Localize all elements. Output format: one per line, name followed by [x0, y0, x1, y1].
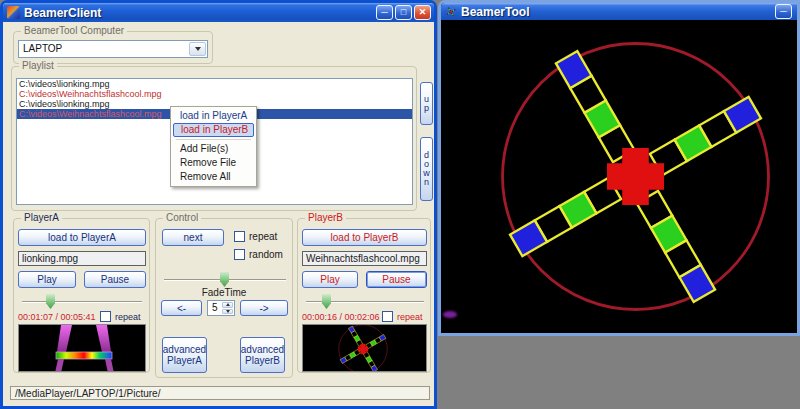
beamer-tool-title: BeamerTool	[461, 5, 529, 19]
playera-file-field[interactable]: lionking.mpg	[18, 251, 146, 266]
advanced-playerb-line1: advanced	[241, 344, 284, 355]
fade-slider-thumb[interactable]	[220, 272, 229, 287]
control-repeat-checkbox[interactable]	[234, 231, 245, 242]
playera-play-button[interactable]: Play	[18, 271, 76, 288]
beamer-tool-titlebar[interactable]: BeamerTool ─	[441, 3, 797, 20]
menu-item-load-playera[interactable]: load in PlayerA	[173, 109, 254, 123]
menu-separator	[176, 139, 251, 140]
control-groupbox-label: Control	[163, 212, 201, 224]
playerb-groupbox: PlayerB load to PlayerB Weihnachtsflashc…	[297, 218, 431, 373]
chevron-down-icon	[195, 47, 201, 51]
close-button[interactable]: ✕	[414, 5, 431, 20]
status-text: /MediaPlayer/LAPTOP/1/Picture/	[15, 388, 160, 399]
desktop: BeamerClient ─ □ ✕ BeamerTool Computer L…	[0, 0, 800, 409]
menu-item-add-files[interactable]: Add File(s)	[173, 142, 254, 156]
playera-seek-track[interactable]	[22, 301, 142, 302]
playerb-play-button[interactable]: Play	[302, 271, 358, 288]
beamer-client-window: BeamerClient ─ □ ✕ BeamerTool Computer L…	[0, 0, 437, 409]
minimize-button[interactable]: ─	[376, 5, 393, 20]
playera-seek-thumb[interactable]	[46, 294, 55, 309]
fade-prev-button[interactable]: <-	[161, 300, 202, 316]
status-bar: /MediaPlayer/LAPTOP/1/Picture/	[10, 386, 430, 400]
playera-preview-graphic	[19, 325, 146, 372]
playerb-groupbox-label: PlayerB	[305, 212, 346, 224]
playerb-preview	[302, 324, 427, 372]
menu-item-remove-file[interactable]: Remove File	[173, 156, 254, 170]
playerb-repeat-checkbox[interactable]	[382, 311, 393, 322]
fade-value-spinner[interactable]: 5	[207, 300, 235, 316]
fadetime-label: FadeTime	[156, 287, 292, 298]
playera-groupbox-label: PlayerA	[21, 212, 62, 224]
control-random-label: random	[249, 249, 283, 260]
playlist-item[interactable]: C:\videos\Weihnachtsflashcool.mpg	[17, 89, 412, 99]
menu-item-load-playerb[interactable]: load in PlayerB	[173, 123, 254, 137]
computer-groupbox-label: BeamerTool Computer	[21, 25, 127, 37]
playera-repeat-label: repeat	[115, 312, 141, 323]
playlist-item[interactable]: C:\videos\lionking.mpg	[17, 79, 412, 89]
playerb-time: 00:00:16 / 00:02:06	[302, 312, 380, 322]
maximize-button[interactable]: □	[395, 5, 412, 20]
next-button[interactable]: next	[162, 229, 224, 246]
playerb-seek-thumb[interactable]	[322, 294, 331, 309]
playerb-pause-button[interactable]: Pause	[366, 271, 427, 288]
load-to-playera-button[interactable]: load to PlayerA	[18, 229, 146, 246]
beamer-display	[441, 20, 797, 320]
app-icon	[7, 6, 20, 19]
context-menu: load in PlayerA load in PlayerB Add File…	[170, 106, 257, 187]
beamer-client-body: BeamerTool Computer LAPTOP Playlist C:\v…	[3, 22, 434, 409]
spinner-down-icon	[226, 310, 230, 313]
beamer-tool-icon	[445, 6, 457, 18]
advanced-playera-button[interactable]: advanced PlayerA	[162, 337, 207, 373]
playerb-file-field[interactable]: Weihnachtsflashcool.mpg	[302, 251, 427, 266]
playlist-groupbox-label: Playlist	[19, 60, 57, 72]
playerb-repeat-label: repeat	[397, 312, 423, 323]
spinner-down-button[interactable]	[222, 309, 233, 315]
playera-preview	[18, 324, 146, 372]
computer-combobox[interactable]: LAPTOP	[18, 40, 208, 58]
combo-value: LAPTOP	[23, 43, 62, 54]
playerb-seek-track[interactable]	[306, 301, 424, 302]
window-title: BeamerClient	[24, 6, 101, 20]
fade-next-button[interactable]: ->	[240, 300, 288, 316]
playerb-preview-graphic	[337, 324, 389, 372]
playera-pause-button[interactable]: Pause	[84, 271, 146, 288]
down-button[interactable]: down	[420, 137, 433, 201]
control-repeat-label: repeat	[249, 231, 277, 242]
control-random-checkbox[interactable]	[234, 249, 245, 260]
playera-repeat-checkbox[interactable]	[100, 311, 111, 322]
beamer-client-titlebar[interactable]: BeamerClient ─ □ ✕	[3, 3, 434, 22]
artifact-blob	[443, 311, 457, 318]
up-button-label: up	[422, 95, 431, 113]
beamer-tool-minimize-button[interactable]: ─	[775, 4, 792, 19]
advanced-playerb-line2: PlayerB	[245, 355, 280, 366]
down-button-label: down	[422, 151, 431, 187]
combo-dropdown-button[interactable]	[189, 42, 206, 56]
beamer-tool-window: BeamerTool ─	[438, 0, 800, 336]
spinner-up-button[interactable]	[222, 302, 233, 308]
fade-value: 5	[212, 302, 218, 313]
playera-groupbox: PlayerA load to PlayerA lionking.mpg Pla…	[13, 218, 150, 373]
advanced-playera-line2: PlayerA	[167, 355, 202, 366]
fade-slider-track[interactable]	[164, 279, 286, 280]
advanced-playerb-button[interactable]: advanced PlayerB	[240, 337, 285, 373]
spinner-up-icon	[226, 303, 230, 306]
control-groupbox: Control next repeat random FadeTime <- 5	[155, 218, 293, 378]
menu-item-remove-all[interactable]: Remove All	[173, 170, 254, 184]
playera-time: 00:01:07 / 00:05:41	[18, 312, 96, 322]
load-to-playerb-button[interactable]: load to PlayerB	[302, 229, 427, 246]
advanced-playera-line1: advanced	[163, 344, 206, 355]
up-button[interactable]: up	[420, 82, 433, 125]
windmill-graphic	[493, 34, 778, 319]
